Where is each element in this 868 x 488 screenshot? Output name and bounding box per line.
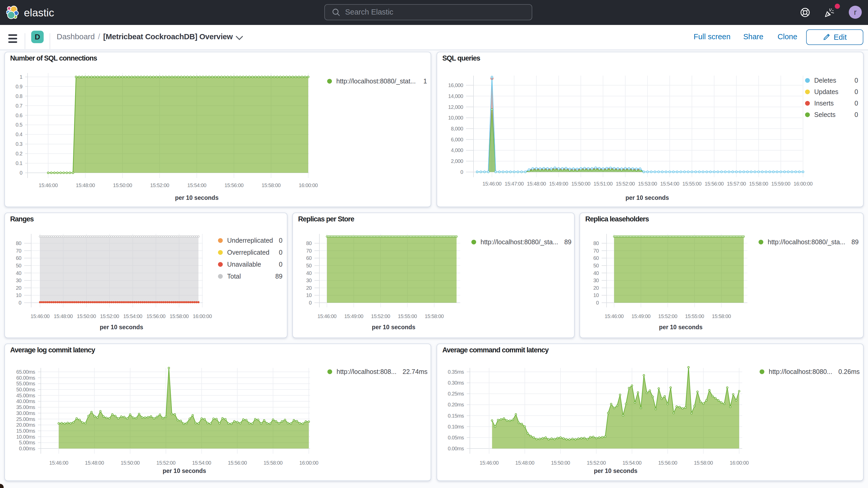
svg-text:0: 0: [855, 99, 858, 107]
svg-text:per 10 seconds: per 10 seconds: [175, 194, 218, 201]
svg-text:40: 40: [593, 270, 599, 276]
svg-text:45.00ms: 45.00ms: [16, 393, 35, 398]
svg-text:15:46:00: 15:46:00: [482, 181, 502, 187]
svg-text:20: 20: [16, 285, 22, 291]
svg-text:15:50:00: 15:50:00: [77, 313, 96, 319]
svg-text:10: 10: [593, 292, 599, 298]
svg-text:30: 30: [306, 277, 312, 283]
svg-text:15:50:00: 15:50:00: [121, 460, 140, 466]
svg-text:per 10 seconds: per 10 seconds: [594, 467, 637, 474]
svg-text:15:46:00: 15:46:00: [317, 313, 337, 319]
svg-text:10: 10: [306, 292, 312, 298]
svg-text:per 10 seconds: per 10 seconds: [659, 324, 703, 331]
svg-text:Overreplicated: Overreplicated: [227, 249, 270, 256]
svg-text:0.8: 0.8: [16, 93, 22, 99]
svg-text:1: 1: [20, 74, 22, 80]
svg-text:0: 0: [19, 300, 21, 306]
svg-text:15:46:00: 15:46:00: [479, 460, 499, 466]
svg-text:15:48:00: 15:48:00: [85, 460, 104, 466]
svg-text:22.74ms: 22.74ms: [403, 368, 428, 375]
svg-text:80: 80: [306, 240, 312, 246]
svg-text:0.05ms: 0.05ms: [448, 435, 464, 440]
svg-text:50: 50: [16, 263, 22, 268]
svg-text:4,000: 4,000: [451, 147, 463, 153]
svg-text:15:55:00: 15:55:00: [682, 181, 702, 187]
svg-text:15:51:00: 15:51:00: [594, 181, 613, 187]
svg-text:5.00ms: 5.00ms: [19, 440, 35, 446]
svg-text:0: 0: [279, 261, 282, 268]
svg-text:15:49:00: 15:49:00: [631, 313, 651, 319]
svg-text:0.15ms: 0.15ms: [448, 413, 464, 419]
svg-text:15:54:00: 15:54:00: [192, 460, 211, 466]
svg-text:0.3: 0.3: [16, 141, 22, 147]
svg-text:16:00:00: 16:00:00: [730, 460, 749, 466]
svg-text:15:49:00: 15:49:00: [549, 181, 568, 187]
svg-text:Average log commit latency: Average log commit latency: [10, 346, 95, 354]
svg-text:15:52:00: 15:52:00: [616, 181, 635, 187]
svg-text:15:55:00: 15:55:00: [685, 313, 704, 319]
svg-text:60: 60: [16, 255, 22, 261]
svg-text:0.00ms: 0.00ms: [448, 446, 464, 451]
svg-text:Deletes: Deletes: [814, 77, 836, 84]
svg-text:30: 30: [593, 277, 599, 283]
svg-text:15:56:00: 15:56:00: [224, 182, 244, 188]
svg-text:50: 50: [593, 263, 599, 268]
svg-text:15:52:00: 15:52:00: [100, 313, 119, 319]
svg-text:15:57:00: 15:57:00: [727, 181, 746, 187]
svg-text:0.5: 0.5: [16, 122, 22, 128]
svg-text:15:52:00: 15:52:00: [371, 313, 390, 319]
svg-text:16:00:00: 16:00:00: [794, 181, 813, 187]
svg-text:15:54:00: 15:54:00: [660, 181, 679, 187]
svg-text:0.4: 0.4: [16, 131, 22, 137]
svg-text:60: 60: [593, 255, 599, 261]
svg-text:89: 89: [851, 238, 859, 246]
svg-text:0: 0: [309, 300, 312, 306]
svg-text:15:46:00: 15:46:00: [39, 182, 58, 188]
svg-text:0.25ms: 0.25ms: [448, 391, 464, 397]
svg-text:0.6: 0.6: [16, 113, 22, 118]
svg-text:15:52:00: 15:52:00: [587, 460, 606, 466]
svg-text:15:48:00: 15:48:00: [527, 181, 546, 187]
svg-text:80: 80: [16, 240, 22, 246]
svg-text:15.00ms: 15.00ms: [16, 428, 35, 434]
svg-text:50: 50: [306, 263, 312, 268]
svg-text:16:00:00: 16:00:00: [299, 182, 318, 188]
svg-text:40.00ms: 40.00ms: [16, 398, 35, 404]
svg-text:15:56:00: 15:56:00: [705, 181, 724, 187]
svg-text:15:56:00: 15:56:00: [228, 460, 247, 466]
svg-text:0: 0: [460, 169, 463, 175]
svg-text:15:56:00: 15:56:00: [658, 460, 678, 466]
svg-text:0.9: 0.9: [16, 84, 22, 89]
svg-text:0.10ms: 0.10ms: [448, 424, 464, 430]
svg-text:8,000: 8,000: [451, 126, 463, 131]
svg-text:15:46:00: 15:46:00: [30, 313, 50, 319]
svg-text:30.00ms: 30.00ms: [16, 410, 35, 416]
svg-text:15:58:00: 15:58:00: [170, 313, 189, 319]
svg-text:15:58:00: 15:58:00: [264, 460, 283, 466]
svg-text:6,000: 6,000: [451, 137, 463, 143]
svg-text:15:58:00: 15:58:00: [749, 181, 768, 187]
svg-text:http://localhost:8080/_sta...: http://localhost:8080/_sta...: [480, 238, 558, 246]
svg-text:http://localhost:8080/_sta...: http://localhost:8080/_sta...: [768, 238, 845, 246]
svg-text:0.20ms: 0.20ms: [448, 402, 464, 407]
svg-text:15:48:00: 15:48:00: [515, 460, 534, 466]
svg-text:15:47:00: 15:47:00: [505, 181, 524, 187]
svg-text:per 10 seconds: per 10 seconds: [625, 194, 669, 201]
svg-text:http://localhost:8080/_stat...: http://localhost:8080/_stat...: [336, 78, 416, 85]
svg-text:15:59:00: 15:59:00: [771, 181, 790, 187]
svg-text:1: 1: [423, 78, 427, 85]
svg-text:0.35ms: 0.35ms: [448, 369, 464, 375]
svg-text:http://localhost:8080...: http://localhost:8080...: [769, 368, 832, 375]
svg-text:15:58:00: 15:58:00: [261, 182, 281, 188]
svg-text:15:46:00: 15:46:00: [604, 313, 624, 319]
svg-text:40: 40: [306, 270, 312, 276]
svg-text:http://localhost:808...: http://localhost:808...: [337, 368, 397, 375]
svg-text:Replica leaseholders: Replica leaseholders: [585, 215, 649, 223]
svg-text:15:56:00: 15:56:00: [146, 313, 165, 319]
svg-text:15:58:00: 15:58:00: [425, 313, 444, 319]
svg-text:20: 20: [306, 285, 312, 291]
svg-text:16:00:00: 16:00:00: [193, 313, 212, 319]
svg-text:15:55:00: 15:55:00: [398, 313, 417, 319]
svg-text:0: 0: [596, 300, 599, 306]
svg-text:0: 0: [279, 237, 282, 244]
